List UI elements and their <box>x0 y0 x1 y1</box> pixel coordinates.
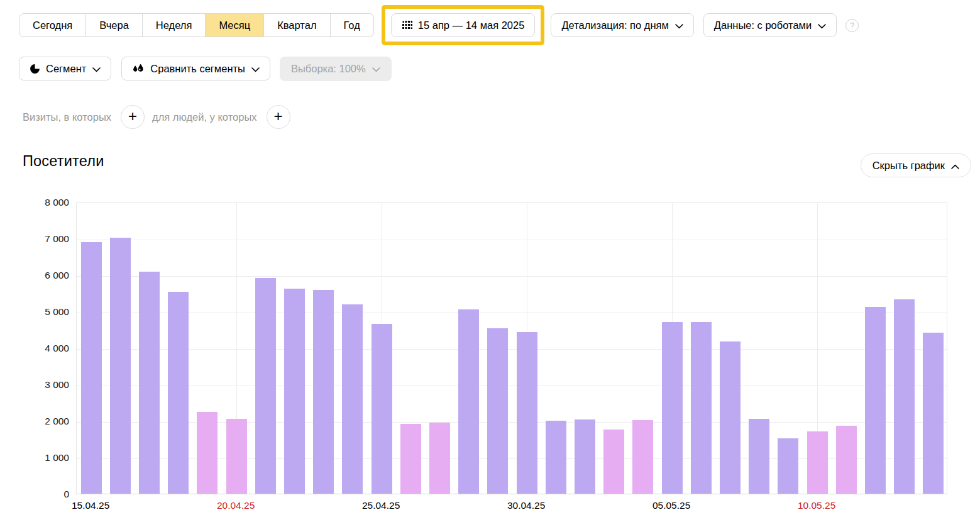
x-axis-labels: 15.04.2520.04.2525.04.2530.04.2505.05.25… <box>76 500 947 514</box>
chart-bar-13.05.25[interactable] <box>894 299 915 494</box>
chart-bar-03.05.25[interactable] <box>603 430 624 494</box>
chart-bar-22.04.25[interactable] <box>284 289 305 494</box>
h-gridline <box>77 386 947 386</box>
chevron-down-icon <box>372 63 380 75</box>
x-tick-label: 10.05.25 <box>798 500 835 511</box>
chart-bar-30.04.25[interactable] <box>517 332 537 494</box>
data-mode-dropdown[interactable]: Данные: с роботами <box>703 13 837 37</box>
filter-row: Визиты, в которых + для людей, у которых… <box>23 104 290 130</box>
y-tick-label: 3 000 <box>45 379 69 391</box>
chart-bar-12.05.25[interactable] <box>865 307 886 494</box>
x-tick-label: 25.04.25 <box>362 500 400 511</box>
chart-bar-08.05.25[interactable] <box>749 419 769 494</box>
h-gridline <box>77 240 947 240</box>
y-tick-label: 7 000 <box>45 233 69 245</box>
period-selector: Сегодня Вчера Неделя Месяц Квартал Год <box>19 13 374 37</box>
chart-bar-23.04.25[interactable] <box>313 290 334 494</box>
chevron-down-icon <box>92 63 101 75</box>
chart-bar-19.04.25[interactable] <box>197 412 217 494</box>
segment-dropdown-label: Сегмент <box>46 63 86 75</box>
chart-bar-09.05.25[interactable] <box>778 438 798 494</box>
y-tick-label: 6 000 <box>45 270 69 281</box>
date-range-button[interactable]: 15 апр — 14 мая 2025 <box>391 13 536 37</box>
chart-bar-24.04.25[interactable] <box>342 304 363 494</box>
y-tick-label: 1 000 <box>45 452 69 463</box>
chart-bar-14.05.25[interactable] <box>923 333 944 494</box>
h-gridline <box>77 313 947 313</box>
y-tick-label: 2 000 <box>45 416 69 427</box>
detail-dropdown-label: Детализация: по дням <box>561 19 668 31</box>
y-tick-label: 0 <box>63 489 69 500</box>
calendar-icon <box>402 21 412 30</box>
plot-area <box>76 202 947 494</box>
people-filter-label: для людей, у которых <box>152 111 257 123</box>
h-gridline <box>77 276 947 277</box>
compare-segments-dropdown[interactable]: Сравнить сегменты <box>121 57 270 80</box>
chart-bar-18.04.25[interactable] <box>168 292 189 494</box>
detail-dropdown[interactable]: Детализация: по дням <box>551 13 693 37</box>
period-year-button[interactable]: Год <box>331 13 374 37</box>
highlight-annotation-box: 15 апр — 14 мая 2025 <box>382 5 545 45</box>
chart-bar-25.04.25[interactable] <box>372 324 392 494</box>
chart-bar-17.04.25[interactable] <box>139 272 160 494</box>
chart-bar-06.05.25[interactable] <box>691 322 712 494</box>
period-week-button[interactable]: Неделя <box>143 13 206 37</box>
chart-bar-20.04.25[interactable] <box>226 419 247 494</box>
chart-bar-15.04.25[interactable] <box>81 242 102 494</box>
visits-filter-label: Визиты, в которых <box>23 111 111 123</box>
chart-bar-28.04.25[interactable] <box>458 309 479 494</box>
chart-bar-29.04.25[interactable] <box>487 328 508 494</box>
chart-bar-27.04.25[interactable] <box>429 423 450 494</box>
help-icon[interactable]: ? <box>845 19 859 32</box>
add-visit-filter-button[interactable]: + <box>121 105 145 129</box>
segment-dropdown[interactable]: Сегмент <box>19 57 111 80</box>
period-today-button[interactable]: Сегодня <box>19 13 86 37</box>
pie-segment-icon <box>30 64 40 74</box>
chevron-down-icon <box>675 19 683 31</box>
chart-bar-16.04.25[interactable] <box>110 238 131 494</box>
chevron-down-icon <box>251 63 260 75</box>
date-range-label: 15 апр — 14 мая 2025 <box>418 19 525 31</box>
toolbar-row-periods: Сегодня Вчера Неделя Месяц Квартал Год 1… <box>19 5 859 45</box>
data-mode-dropdown-label: Данные: с роботами <box>714 19 812 31</box>
chart-bar-05.05.25[interactable] <box>662 322 683 494</box>
sampling-label: Выборка: 100% <box>291 63 366 75</box>
chart-bar-01.05.25[interactable] <box>546 421 566 494</box>
y-tick-label: 4 000 <box>45 343 69 354</box>
chevron-up-icon <box>951 160 959 172</box>
chart-bar-04.05.25[interactable] <box>632 420 653 494</box>
y-tick-label: 8 000 <box>45 197 69 208</box>
y-tick-label: 5 000 <box>45 306 69 318</box>
plus-icon: + <box>128 109 137 124</box>
sampling-dropdown: Выборка: 100% <box>280 57 392 81</box>
chart-bar-21.04.25[interactable] <box>255 278 276 494</box>
x-tick-label: 20.04.25 <box>217 500 255 511</box>
chart-bar-10.05.25[interactable] <box>807 431 828 494</box>
chart-bar-02.05.25[interactable] <box>575 419 595 494</box>
hide-chart-button[interactable]: Скрыть график <box>861 153 971 177</box>
x-tick-label: 05.05.25 <box>652 500 690 511</box>
period-month-button[interactable]: Месяц <box>206 13 264 37</box>
y-axis-labels: 01 0002 0003 0004 0005 0006 0007 0008 00… <box>18 202 69 494</box>
chart-bar-26.04.25[interactable] <box>400 424 421 494</box>
page-title: Посетители <box>23 153 104 170</box>
x-tick-label: 15.04.25 <box>72 500 109 511</box>
compare-segments-label: Сравнить сегменты <box>150 63 245 75</box>
toolbar-row-segments: Сегмент Сравнить сегменты Выборка: 100% <box>19 56 392 81</box>
chart-bar-11.05.25[interactable] <box>836 426 857 494</box>
add-people-filter-button[interactable]: + <box>267 105 290 129</box>
x-tick-label: 30.04.25 <box>507 500 545 511</box>
h-gridline <box>77 349 947 350</box>
chart-bar-07.05.25[interactable] <box>720 341 741 494</box>
chevron-down-icon <box>818 19 826 31</box>
hide-chart-label: Скрыть график <box>873 160 945 172</box>
drops-compare-icon <box>132 64 145 74</box>
period-yesterday-button[interactable]: Вчера <box>86 13 143 37</box>
period-quarter-button[interactable]: Квартал <box>264 13 330 37</box>
plus-icon: + <box>273 109 282 124</box>
help-glyph: ? <box>850 21 854 30</box>
